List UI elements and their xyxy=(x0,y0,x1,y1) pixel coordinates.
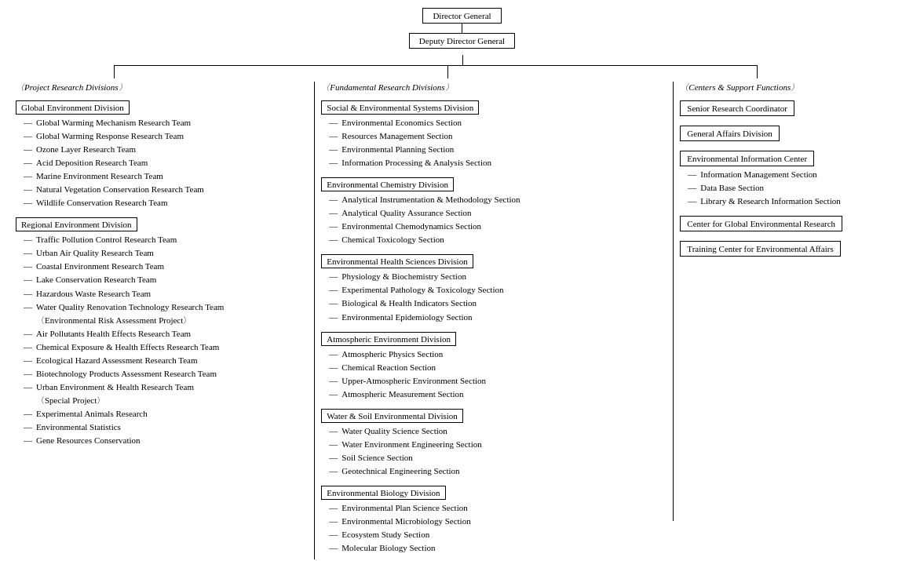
list-item: Lake Conservation Research Team xyxy=(22,273,308,286)
env-bio-sections: Environmental Plan Science Section Envir… xyxy=(327,501,667,555)
list-item: Upper-Atmospheric Environment Section xyxy=(327,374,667,388)
left-col-header: 〈Project Research Divisions〉 xyxy=(16,82,308,93)
env-health-div-block: Environmental Health Sciences Division P… xyxy=(321,251,667,323)
list-item: Water Quality Renovation Technology Rese… xyxy=(22,301,308,314)
director-general-label: Director General xyxy=(433,11,491,20)
list-item: Chemical Toxicology Section xyxy=(327,233,667,246)
list-item: Marine Environment Research Team xyxy=(22,169,308,183)
social-env-div-box: Social & Environmental Systems Division xyxy=(321,100,479,115)
list-item: Analytical Instrumentation & Methodology… xyxy=(327,193,667,206)
env-info-center-block: Environmental Information Center Informa… xyxy=(680,148,906,208)
list-item: Resources Management Section xyxy=(327,129,667,143)
training-center-label: Training Center for Environmental Affair… xyxy=(687,244,833,253)
global-env-div-box: Global Environment Division xyxy=(16,100,130,115)
list-item: Experimental Pathology & Toxicology Sect… xyxy=(327,283,667,297)
list-item: Water Environment Engineering Section xyxy=(327,438,667,451)
water-soil-div-block: Water & Soil Environmental Division Wate… xyxy=(321,406,667,478)
env-chem-div-box: Environmental Chemistry Division xyxy=(321,177,454,191)
env-info-center-items: Information Management Section Data Base… xyxy=(686,168,906,208)
page: Director General Deputy Director General… xyxy=(0,0,924,561)
list-item: Biotechnology Products Assessment Resear… xyxy=(22,367,308,381)
list-item: Natural Vegetation Conservation Research… xyxy=(22,183,308,196)
env-chem-sections: Analytical Instrumentation & Methodology… xyxy=(327,193,667,246)
list-item: Soil Science Section xyxy=(327,451,667,464)
list-item: Global Warming Mechanism Research Team xyxy=(22,116,308,129)
deputy-director-label: Deputy Director General xyxy=(419,36,505,46)
global-env-div-label: Global Environment Division xyxy=(21,103,124,112)
list-item: Hazardous Waste Research Team xyxy=(22,287,308,301)
list-item: Ecosystem Study Section xyxy=(327,528,667,541)
list-item: Environmental Epidemiology Section xyxy=(327,311,667,324)
list-item: Urban Environment & Health Research Team xyxy=(22,381,308,394)
senior-rc-block: Senior Research Coordinator xyxy=(680,97,906,118)
list-item: Ecological Hazard Assessment Research Te… xyxy=(22,354,308,367)
list-item: Information Management Section xyxy=(686,168,906,181)
regional-env-items: Traffic Pollution Control Research Team … xyxy=(22,233,308,447)
middle-column: 〈Fundamental Research Divisions〉 Social … xyxy=(314,82,673,559)
global-env-div-block: Global Environment Division Global Warmi… xyxy=(16,97,308,209)
training-center-block: Training Center for Environmental Affair… xyxy=(680,238,906,258)
social-env-div-block: Social & Environmental Systems Division … xyxy=(321,97,667,169)
global-env-research-label: Center for Global Environmental Research xyxy=(687,219,835,228)
list-item: 〈Environmental Risk Assessment Project〉 xyxy=(22,314,308,327)
list-item: Global Warming Response Research Team xyxy=(22,129,308,143)
env-bio-div-block: Environmental Biology Division Environme… xyxy=(321,483,667,555)
water-soil-sections: Water Quality Science Section Water Envi… xyxy=(327,424,667,478)
list-item: Data Base Section xyxy=(686,181,906,195)
list-item: Water Quality Science Section xyxy=(327,424,667,438)
general-affairs-label: General Affairs Division xyxy=(687,129,772,138)
list-item: Geotechnical Engineering Section xyxy=(327,464,667,478)
env-bio-div-label: Environmental Biology Division xyxy=(327,488,440,497)
list-item: Molecular Biology Section xyxy=(327,541,667,555)
right-column: 〈Centers & Support Functions〉 Senior Res… xyxy=(673,82,912,521)
regional-env-div-box: Regional Environment Division xyxy=(16,217,137,231)
water-soil-div-label: Water & Soil Environmental Division xyxy=(327,411,458,421)
list-item: Gene Resources Conservation xyxy=(22,434,308,447)
list-item: 〈Special Project〉 xyxy=(22,394,308,407)
list-item: Environmental Planning Section xyxy=(327,143,667,156)
global-env-items: Global Warming Mechanism Research Team G… xyxy=(22,116,308,209)
top-section: Director General Deputy Director General xyxy=(12,8,912,49)
list-item: Environmental Plan Science Section xyxy=(327,501,667,515)
three-columns: 〈Project Research Divisions〉 Global Envi… xyxy=(12,82,912,559)
list-item: Environmental Statistics xyxy=(22,421,308,434)
list-item: Wildlife Conservation Research Team xyxy=(22,196,308,209)
general-affairs-box: General Affairs Division xyxy=(680,126,780,141)
list-item: Environmental Microbiology Section xyxy=(327,515,667,528)
list-item: Biological & Health Indicators Section xyxy=(327,297,667,310)
global-env-research-block: Center for Global Environmental Research xyxy=(680,213,906,233)
list-item: Coastal Environment Research Team xyxy=(22,260,308,273)
env-chem-div-block: Environmental Chemistry Division Analyti… xyxy=(321,174,667,246)
training-center-box: Training Center for Environmental Affair… xyxy=(680,241,840,257)
senior-rc-box: Senior Research Coordinator xyxy=(680,100,794,116)
middle-col-header: 〈Fundamental Research Divisions〉 xyxy=(321,82,667,93)
director-general-box: Director General xyxy=(422,8,501,24)
social-env-sections: Environmental Economics Section Resource… xyxy=(327,116,667,169)
atmos-div-block: Atmospheric Environment Division Atmosph… xyxy=(321,329,667,401)
left-column: 〈Project Research Divisions〉 Global Envi… xyxy=(12,82,314,521)
env-bio-div-box: Environmental Biology Division xyxy=(321,486,445,500)
list-item: Library & Research Information Section xyxy=(686,195,906,208)
env-info-center-label: Environmental Information Center xyxy=(687,154,807,163)
right-col-header: 〈Centers & Support Functions〉 xyxy=(680,82,906,93)
senior-rc-label: Senior Research Coordinator xyxy=(687,104,787,113)
list-item: Acid Deposition Research Team xyxy=(22,156,308,169)
list-item: Air Pollutants Health Effects Research T… xyxy=(22,327,308,341)
social-env-div-label: Social & Environmental Systems Division xyxy=(327,103,473,112)
list-item: Chemical Reaction Section xyxy=(327,361,667,374)
list-item: Environmental Economics Section xyxy=(327,116,667,129)
env-health-sections: Physiology & Biochemistry Section Experi… xyxy=(327,270,667,323)
global-env-research-box: Center for Global Environmental Research xyxy=(680,216,842,231)
water-soil-div-box: Water & Soil Environmental Division xyxy=(321,409,463,423)
list-item: Traffic Pollution Control Research Team xyxy=(22,233,308,246)
env-info-center-box: Environmental Information Center xyxy=(680,151,814,166)
regional-env-div-label: Regional Environment Division xyxy=(21,220,132,229)
regional-env-div-block: Regional Environment Division Traffic Po… xyxy=(16,214,308,447)
list-item: Atmospheric Physics Section xyxy=(327,348,667,361)
atmos-div-label: Atmospheric Environment Division xyxy=(327,334,451,344)
env-health-div-box: Environmental Health Sciences Division xyxy=(321,254,473,268)
list-item: Experimental Animals Research xyxy=(22,407,308,421)
list-item: Physiology & Biochemistry Section xyxy=(327,270,667,283)
general-affairs-block: General Affairs Division xyxy=(680,122,906,143)
env-chem-div-label: Environmental Chemistry Division xyxy=(327,180,448,189)
